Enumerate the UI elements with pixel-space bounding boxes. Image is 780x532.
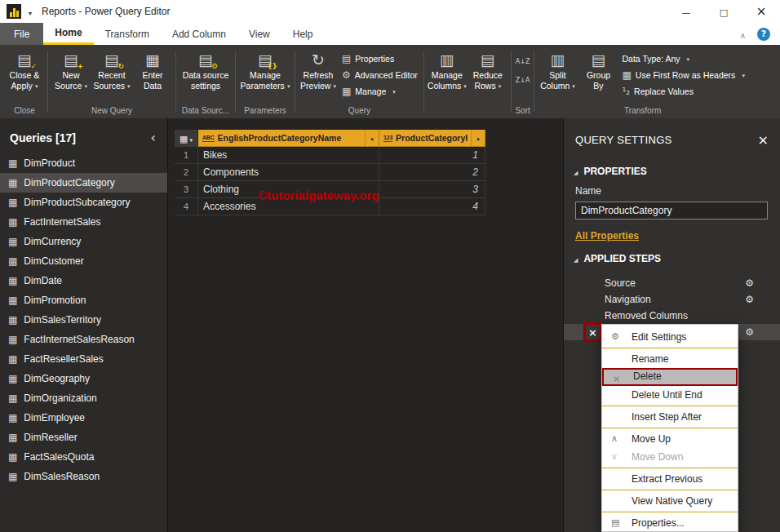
menu-item-extract-previous[interactable]: Extract Previous	[602, 470, 738, 488]
menu-item-delete[interactable]: Delete	[602, 368, 738, 386]
query-item[interactable]: DimReseller	[0, 428, 167, 447]
recent-sources-icon	[104, 52, 119, 69]
applied-steps-section-header[interactable]: APPLIED STEPS	[564, 243, 780, 269]
step-removed-columns[interactable]: Removed Columns	[564, 308, 780, 324]
step-source[interactable]: Source	[564, 275, 780, 291]
new-source-button[interactable]: New Source	[51, 49, 91, 92]
cell-category-name[interactable]: Bikes	[198, 147, 379, 164]
properties-section-header[interactable]: PROPERTIES	[564, 156, 780, 182]
tab-add-column[interactable]: Add Column	[161, 23, 237, 45]
query-item[interactable]: FactInternetSales	[0, 212, 167, 232]
query-item[interactable]: DimSalesReason	[0, 467, 167, 486]
group-label-parameters: Parameters	[236, 104, 295, 118]
query-item[interactable]: FactInternetSalesReason	[0, 330, 167, 349]
first-row-headers-icon	[622, 69, 631, 81]
query-item[interactable]: DimProduct	[0, 153, 167, 173]
quick-access-dropdown-icon[interactable]	[29, 4, 32, 19]
advanced-editor-icon	[342, 69, 351, 81]
query-item[interactable]: DimDate	[0, 271, 167, 290]
menu-item-rename[interactable]: Rename	[602, 350, 738, 368]
query-item[interactable]: DimOrganization	[0, 388, 167, 408]
cell-category-key[interactable]: 1	[379, 147, 485, 164]
tab-home[interactable]: Home	[43, 23, 93, 45]
enter-data-button[interactable]: Enter Data	[132, 49, 173, 92]
query-item[interactable]: FactResellerSales	[0, 349, 167, 369]
collapse-ribbon-icon[interactable]	[740, 27, 746, 42]
split-column-button[interactable]: Split Column	[537, 49, 578, 92]
filter-dropdown-button[interactable]	[471, 130, 485, 146]
cell-category-key[interactable]: 3	[379, 181, 485, 198]
reduce-rows-button[interactable]: Reduce Rows	[468, 49, 508, 92]
refresh-preview-button[interactable]: Refresh Preview	[298, 49, 339, 92]
maximize-button[interactable]	[705, 0, 742, 23]
step-settings-gear-icon[interactable]	[745, 294, 754, 305]
sort-descending-icon[interactable]	[516, 71, 530, 86]
query-item[interactable]: DimEmployee	[0, 408, 167, 428]
advanced-editor-button[interactable]: Advanced Editor	[342, 67, 418, 82]
close-and-apply-button[interactable]: Close & Apply	[4, 49, 45, 92]
ribbon-group-sort: Sort	[512, 45, 534, 118]
group-by-button[interactable]: Group By	[578, 49, 618, 92]
menu-item-edit-settings[interactable]: Edit Settings	[602, 328, 738, 346]
reduce-rows-icon	[481, 52, 495, 69]
menu-item-move-up[interactable]: Move Up	[602, 430, 738, 448]
query-item[interactable]: FactSalesQuota	[0, 447, 167, 467]
step-navigation[interactable]: Navigation	[564, 291, 780, 308]
minimize-icon	[682, 4, 691, 19]
use-first-row-as-headers-button[interactable]: Use First Row as Headers	[622, 67, 744, 82]
replace-values-button[interactable]: Replace Values	[622, 83, 744, 99]
close-panel-icon[interactable]	[758, 132, 769, 148]
close-window-button[interactable]	[742, 0, 780, 23]
delete-step-icon[interactable]	[588, 326, 597, 339]
menu-item-insert-step-after[interactable]: Insert Step After	[602, 408, 738, 426]
query-item[interactable]: DimPromotion	[0, 290, 167, 310]
table-icon	[8, 314, 17, 326]
data-source-settings-button[interactable]: Data source settings	[179, 49, 233, 92]
query-item[interactable]: DimSalesTerritory	[0, 310, 167, 330]
manage-columns-button[interactable]: Manage Columns	[427, 49, 468, 92]
properties-page-icon	[611, 514, 619, 532]
minimize-button[interactable]	[667, 0, 705, 23]
step-settings-gear-icon[interactable]	[745, 326, 754, 338]
cell-category-name[interactable]: Components	[198, 164, 379, 181]
sort-ascending-icon[interactable]	[516, 52, 530, 67]
column-header-english-product-category-name[interactable]: ABC EnglishProductCategoryName	[198, 130, 379, 147]
filter-dropdown-button[interactable]	[365, 130, 379, 146]
collapse-pane-icon[interactable]	[151, 130, 156, 145]
tab-view[interactable]: View	[237, 23, 281, 45]
power-query-editor-window: Reports - Power Query Editor File Home T…	[0, 0, 780, 532]
table-row[interactable]: 2 Components 2	[175, 164, 485, 181]
query-item[interactable]: DimGeography	[0, 369, 167, 388]
table-row[interactable]: 1 Bikes 1	[175, 147, 485, 164]
dropdown-caret-icon	[496, 81, 502, 91]
tab-file[interactable]: File	[0, 23, 43, 45]
step-settings-gear-icon[interactable]	[745, 277, 754, 289]
cell-category-key[interactable]: 2	[379, 164, 485, 181]
manage-parameters-button[interactable]: Manage Parameters	[238, 49, 292, 92]
tab-transform[interactable]: Transform	[94, 23, 161, 45]
select-all-corner-button[interactable]	[175, 130, 198, 147]
query-name-input[interactable]	[575, 202, 768, 219]
manage-columns-icon	[440, 52, 454, 69]
query-item[interactable]: DimCurrency	[0, 232, 167, 251]
menu-item-view-native-query[interactable]: View Native Query	[602, 492, 738, 510]
table-icon	[179, 131, 188, 145]
all-properties-link[interactable]: All Properties	[564, 219, 780, 243]
properties-button[interactable]: Properties	[342, 51, 418, 66]
help-icon[interactable]	[757, 28, 770, 41]
menu-item-properties[interactable]: Properties...	[602, 514, 738, 532]
query-item[interactable]: DimProductSubcategory	[0, 193, 167, 212]
close-icon	[756, 4, 767, 19]
recent-sources-button[interactable]: Recent Sources	[91, 49, 132, 92]
group-label-empty	[424, 105, 511, 118]
data-type-button[interactable]: Data Type: Any	[622, 51, 744, 66]
menu-item-delete-until-end[interactable]: Delete Until End	[602, 386, 738, 404]
name-label: Name	[564, 182, 780, 201]
manage-button[interactable]: Manage	[342, 83, 418, 99]
row-number: 4	[175, 198, 198, 215]
tab-help[interactable]: Help	[281, 23, 325, 45]
query-item[interactable]: DimCustomer	[0, 251, 167, 271]
column-header-product-category-key[interactable]: 123 ProductCategoryKey	[379, 130, 485, 147]
cell-category-key[interactable]: 4	[379, 198, 485, 215]
query-item-selected[interactable]: DimProductCategory	[0, 173, 167, 193]
